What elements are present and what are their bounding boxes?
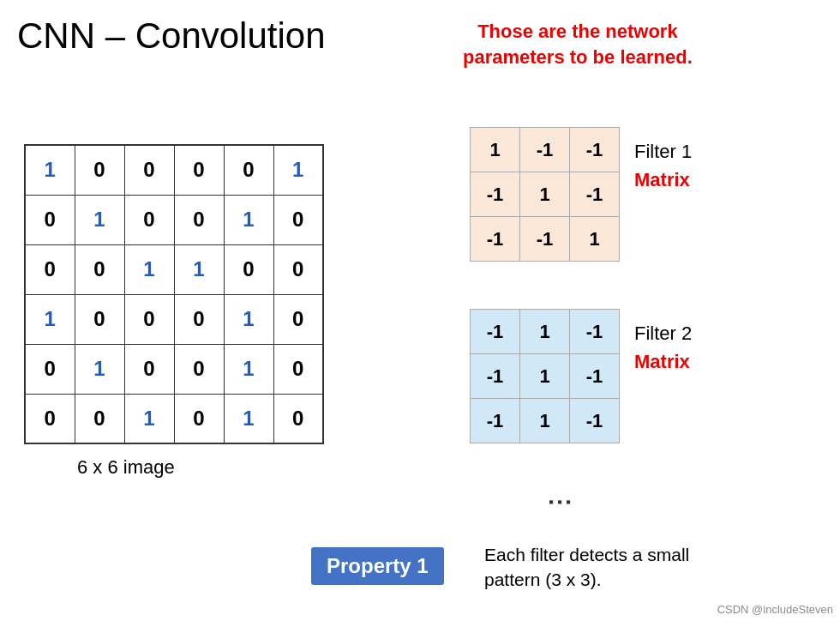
filter2-cell: -1 — [570, 399, 620, 443]
image-cell: 0 — [124, 294, 174, 344]
filter1-cell: 1 — [570, 217, 620, 262]
filter2-cell: 1 — [520, 354, 570, 399]
image-cell: 1 — [124, 394, 174, 443]
filter2-cell: -1 — [570, 310, 620, 354]
network-params-text: Those are the network parameters to be l… — [463, 19, 693, 69]
property-box: Property 1 — [311, 547, 444, 585]
ellipsis-dots: ⋮ — [547, 489, 571, 515]
image-cell: 0 — [273, 294, 323, 344]
filter1-cell: -1 — [570, 172, 620, 217]
image-cell: 0 — [273, 394, 323, 443]
filter1-cell: 1 — [471, 128, 520, 172]
image-cell: 0 — [25, 244, 75, 294]
filter2-cell: -1 — [471, 354, 520, 399]
image-cell: 0 — [273, 244, 323, 294]
watermark: CSDN @includeSteven — [717, 603, 833, 616]
image-cell: 0 — [224, 145, 273, 195]
filter1-grid: 1-1-1-11-1-1-11 — [470, 127, 620, 262]
image-cell: 0 — [25, 344, 75, 394]
image-cell: 0 — [75, 394, 124, 443]
image-cell: 1 — [273, 145, 323, 195]
image-cell: 0 — [174, 294, 224, 344]
image-cell: 0 — [224, 244, 273, 294]
image-cell: 0 — [25, 394, 75, 443]
image-cell: 1 — [25, 145, 75, 195]
image-label: 6 x 6 image — [77, 456, 175, 479]
filter1-label: Filter 1 Matrix — [634, 137, 692, 194]
filter1-cell: 1 — [520, 172, 570, 217]
filter1-cell: -1 — [471, 172, 520, 217]
page-title: CNN – Convolution — [17, 15, 326, 57]
filter-description: Each filter detects a small pattern (3 x… — [484, 542, 689, 593]
image-cell: 1 — [124, 244, 174, 294]
image-cell: 0 — [174, 344, 224, 394]
image-cell: 0 — [75, 145, 124, 195]
image-cell: 1 — [174, 244, 224, 294]
filter1-cell: -1 — [570, 128, 620, 172]
image-cell: 0 — [174, 145, 224, 195]
image-cell: 1 — [224, 294, 273, 344]
image-cell: 1 — [25, 294, 75, 344]
filter1-cell: -1 — [520, 217, 570, 262]
image-grid: 100001010010001100100010010010001010 — [24, 144, 324, 444]
filter2-cell: -1 — [471, 310, 520, 354]
image-cell: 0 — [25, 195, 75, 244]
filter1-cell: -1 — [520, 128, 570, 172]
filter2-cell: -1 — [471, 399, 520, 443]
image-cell: 0 — [174, 195, 224, 244]
filter2-label: Filter 2 Matrix — [634, 319, 692, 376]
filter2-cell: 1 — [520, 310, 570, 354]
image-cell: 0 — [75, 294, 124, 344]
filter1-cell: -1 — [471, 217, 520, 262]
filter2-grid: -11-1-11-1-11-1 — [470, 309, 620, 443]
image-cell: 0 — [273, 344, 323, 394]
image-cell: 0 — [273, 195, 323, 244]
image-cell: 1 — [224, 394, 273, 443]
image-cell: 0 — [75, 244, 124, 294]
filter2-cell: -1 — [570, 354, 620, 399]
image-cell: 0 — [124, 145, 174, 195]
image-cell: 1 — [75, 195, 124, 244]
image-cell: 0 — [124, 195, 174, 244]
image-cell: 0 — [124, 344, 174, 394]
image-grid-container: 100001010010001100100010010010001010 — [24, 144, 324, 444]
image-cell: 0 — [174, 394, 224, 443]
filter2-cell: 1 — [520, 399, 570, 443]
image-cell: 1 — [75, 344, 124, 394]
image-cell: 1 — [224, 195, 273, 244]
filter1-container: 1-1-1-11-1-1-11 — [470, 127, 620, 262]
image-cell: 1 — [224, 344, 273, 394]
filter2-container: -11-1-11-1-11-1 — [470, 309, 620, 443]
